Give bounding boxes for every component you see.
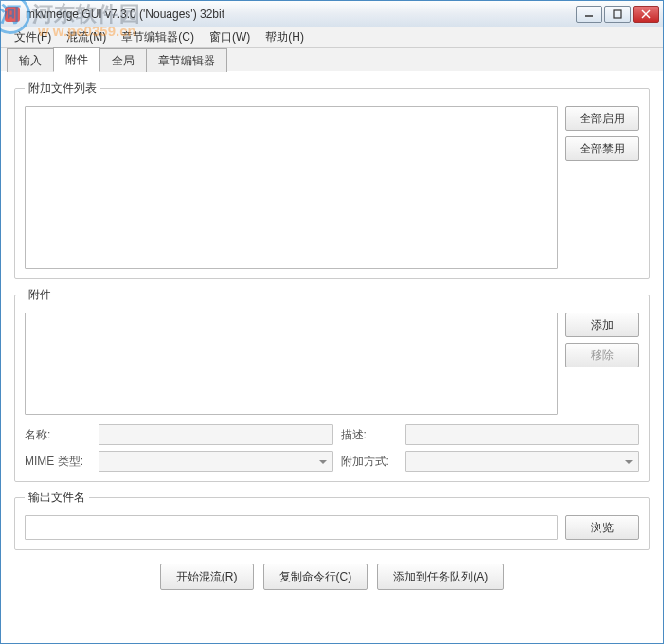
attachment-legend: 附件	[25, 287, 55, 303]
svg-rect-1	[614, 10, 621, 18]
menubar: 文件(F) 混流(M) 章节编辑器(C) 窗口(W) 帮助(H)	[1, 27, 663, 48]
add-button[interactable]: 添加	[565, 313, 639, 337]
attachment-list-box[interactable]	[25, 106, 558, 269]
window-controls	[576, 6, 659, 23]
desc-label: 描述:	[341, 427, 398, 443]
tab-input[interactable]: 输入	[7, 48, 54, 72]
menu-window[interactable]: 窗口(W)	[202, 27, 258, 47]
maximize-button[interactable]	[604, 6, 631, 23]
mime-combo[interactable]	[99, 451, 333, 472]
output-group: 输出文件名 浏览	[14, 490, 650, 550]
remove-button[interactable]: 移除	[565, 343, 639, 367]
disable-all-button[interactable]: 全部禁用	[565, 136, 639, 161]
copy-cmdline-button[interactable]: 复制命令行(C)	[263, 564, 368, 590]
attachment-box[interactable]	[25, 313, 558, 415]
menu-chapter-editor[interactable]: 章节编辑器(C)	[114, 27, 202, 47]
minimize-button[interactable]	[576, 6, 602, 23]
tab-global[interactable]: 全局	[99, 48, 147, 72]
tab-bar: 输入 附件 全局 章节编辑器	[1, 48, 663, 71]
mime-label: MIME 类型:	[25, 454, 91, 470]
attachment-list-group: 附加文件列表 全部启用 全部禁用	[14, 80, 650, 279]
menu-help[interactable]: 帮助(H)	[258, 27, 312, 47]
name-field[interactable]	[99, 424, 333, 445]
desc-field[interactable]	[405, 424, 640, 445]
window-title: mkvmerge GUI v7.3.0 ('Nouages') 32bit	[26, 8, 576, 21]
browse-button[interactable]: 浏览	[565, 515, 639, 540]
tab-chapter-editor[interactable]: 章节编辑器	[146, 48, 227, 72]
method-label: 附加方式:	[341, 454, 398, 470]
action-buttons: 开始混流(R) 复制命令行(C) 添加到任务队列(A)	[14, 558, 650, 592]
method-combo[interactable]	[405, 451, 640, 472]
tab-attach[interactable]: 附件	[53, 47, 100, 72]
output-legend: 输出文件名	[25, 490, 89, 506]
add-to-queue-button[interactable]: 添加到任务队列(A)	[377, 564, 504, 590]
attachment-group: 附件 添加 移除 名称: 描述: MIME 类型: 附加方式:	[14, 287, 650, 482]
menu-mux[interactable]: 混流(M)	[59, 27, 114, 47]
name-label: 名称:	[25, 427, 91, 443]
content-area: 附加文件列表 全部启用 全部禁用 附件 添加 移除 名称: 描述: MIME 类…	[1, 71, 663, 643]
output-filename-field[interactable]	[25, 515, 558, 540]
enable-all-button[interactable]: 全部启用	[565, 106, 639, 131]
close-button[interactable]	[633, 6, 659, 23]
titlebar: mkvmerge GUI v7.3.0 ('Nouages') 32bit	[1, 1, 663, 27]
attachment-list-legend: 附加文件列表	[25, 80, 100, 97]
app-icon	[5, 7, 20, 22]
menu-file[interactable]: 文件(F)	[7, 27, 59, 47]
start-mux-button[interactable]: 开始混流(R)	[160, 564, 254, 590]
